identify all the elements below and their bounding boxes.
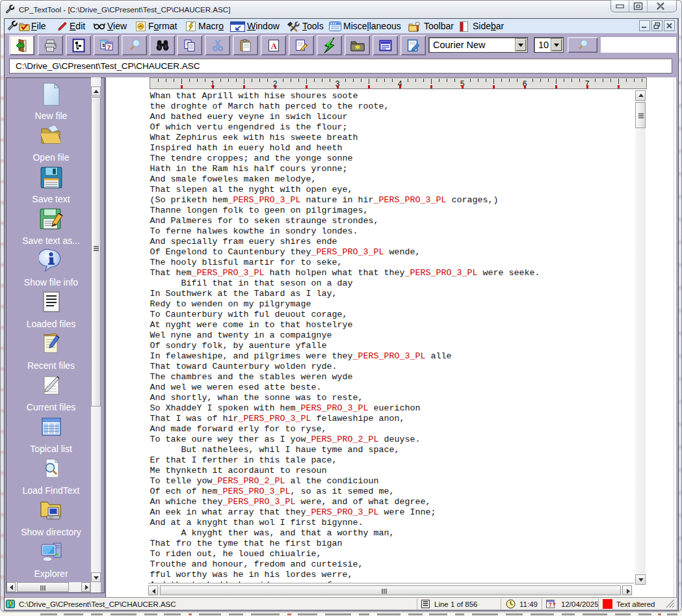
- svg-text:A: A: [270, 41, 277, 51]
- svg-text:7: 7: [549, 602, 552, 608]
- svg-text:7: 7: [107, 43, 111, 50]
- svg-text:$: $: [102, 42, 105, 48]
